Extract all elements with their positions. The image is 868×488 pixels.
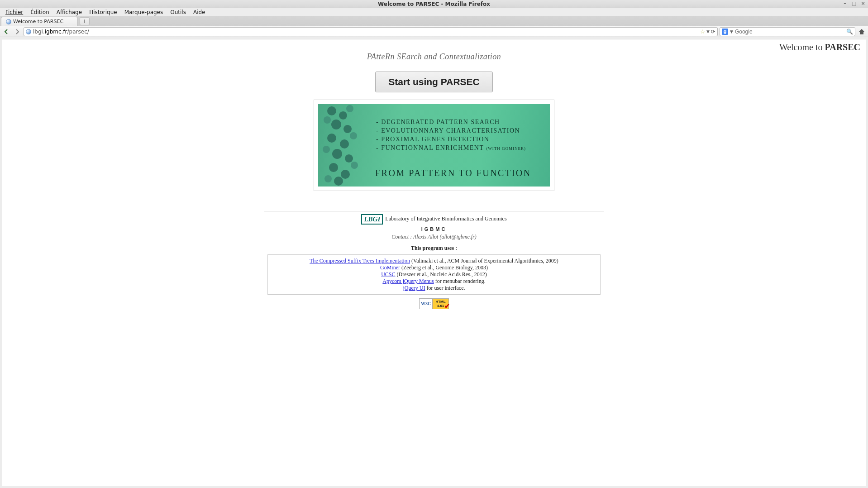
igbmc-label: IGBMC [2,226,866,232]
svg-point-9 [341,170,350,179]
svg-point-14 [323,146,330,153]
ref-link-apycom[interactable]: Apycom jQuery Menus [382,278,434,284]
svg-point-5 [340,139,349,148]
menu-fichier[interactable]: Fichier [2,8,27,16]
separator [264,211,604,211]
w3c-badge[interactable]: W3C HTML4.01 ✔ [419,298,449,309]
site-identity-icon [26,29,31,34]
back-icon [3,29,10,35]
maximize-button[interactable]: □ [851,1,857,6]
banner-feature-1: - DEGENERATED PATTERN SEARCH [376,119,526,126]
lbgi-badge: LBGI [361,214,383,225]
close-button[interactable]: × [860,1,866,6]
menu-aide[interactable]: Aide [190,8,209,16]
viewport: Welcome to PARSEC PAtteRn SEarch and Con… [0,37,868,488]
ref-link-gominer[interactable]: GoMiner [380,264,400,271]
tab-title: Welcome to PARSEC [13,19,63,24]
window-titlebar: Welcome to PARSEC - Mozilla Firefox – □ … [0,0,868,8]
references-box: The Compressed Suffix Trees Implementati… [267,254,601,295]
menu-affichage[interactable]: Affichage [53,8,86,16]
svg-point-1 [339,111,347,120]
menu-marquepages[interactable]: Marque-pages [121,8,167,16]
ref-row-1: The Compressed Suffix Trees Implementati… [272,258,596,264]
menubar: Fichier Édition Affichage Historique Mar… [0,8,868,16]
svg-point-12 [324,116,331,124]
search-input[interactable] [735,29,844,35]
banner-feature-2: - EVOLUTIONNARY CHARACTERISATION [376,127,526,134]
minimize-button[interactable]: – [842,1,848,6]
svg-point-10 [334,177,343,186]
bookmark-star-icon[interactable]: ☆ [700,29,705,35]
svg-point-0 [327,106,336,115]
svg-point-8 [329,163,338,172]
menu-edition[interactable]: Édition [27,8,53,16]
window-title: Welcome to PARSEC - Mozilla Firefox [378,1,490,7]
url-bar[interactable]: lbgi.igbmc.fr/parsec/ ☆ ▼ ⟳ [24,27,718,36]
back-button[interactable] [2,28,11,36]
new-tab-button[interactable]: + [80,17,90,25]
ref-row-3: UCSC (Dreszer et al., Nucleic Acids Res.… [272,271,596,278]
window-controls: – □ × [842,1,866,6]
menu-historique[interactable]: Historique [86,8,121,16]
footer: LBGI Laboratory of Integrative Bioinform… [2,214,866,309]
svg-point-2 [331,120,341,129]
lab-name: Laboratory of Integrative Bioinformatics… [385,215,506,222]
w3c-left: W3C [419,298,433,309]
contact-line: Contact : Alexis Allot (allot@igbmc.fr) [2,234,866,240]
tagline: PAtteRn SEarch and Contextualization [2,52,866,62]
svg-point-15 [351,162,358,169]
svg-point-4 [327,134,336,143]
reload-icon[interactable]: ⟳ [711,29,715,35]
ref-row-4: Apycom jQuery Menus for menubar renderin… [272,278,596,285]
dna-helix-icon [318,104,372,187]
svg-point-3 [343,125,352,133]
home-icon [858,28,865,35]
page-content: Welcome to PARSEC PAtteRn SEarch and Con… [2,39,866,486]
banner-frame: - DEGENERATED PATTERN SEARCH - EVOLUTION… [314,100,554,191]
page-header: Welcome to PARSEC [779,42,860,53]
google-icon: g [722,29,728,35]
banner-feature-3: - PROXIMAL GENES DETECTION [376,136,526,143]
url-text: lbgi.igbmc.fr/parsec/ [33,29,698,35]
search-dropdown-icon[interactable]: ▼ [730,29,733,34]
svg-point-11 [346,105,353,112]
favicon-icon [6,19,11,24]
ref-link-cst[interactable]: The Compressed Suffix Trees Implementati… [310,258,410,264]
banner-main-slogan: FROM PATTERN TO FUNCTION [375,168,531,178]
svg-point-13 [350,132,357,139]
home-button[interactable] [857,28,866,36]
tabbar: Welcome to PARSEC + [0,16,868,26]
ref-link-ucsc[interactable]: UCSC [381,271,395,277]
ref-row-2: GoMiner (Zeeberg et al., Genome Biology,… [272,264,596,271]
search-icon[interactable]: 🔍 [846,29,853,35]
ref-link-jqueryui[interactable]: jQuery UI [403,285,425,291]
menu-outils[interactable]: Outils [167,8,190,16]
navbar: lbgi.igbmc.fr/parsec/ ☆ ▼ ⟳ g ▼ 🔍 [0,26,868,37]
banner-feature-4: - FUNCTIONNAL ENRICHMENT (WITH GOMINER) [376,144,526,152]
forward-icon [14,29,20,35]
checkmark-icon: ✔ [444,302,450,310]
start-using-parsec-button[interactable]: Start using PARSEC [375,72,492,92]
dropdown-icon[interactable]: ▼ [706,29,710,34]
uses-label: This program uses : [2,245,866,252]
tab-active[interactable]: Welcome to PARSEC [1,17,78,26]
forward-button[interactable] [13,28,22,36]
svg-point-16 [324,175,332,182]
search-bar[interactable]: g ▼ 🔍 [720,27,855,36]
lab-line: LBGI Laboratory of Integrative Bioinform… [2,214,866,225]
banner-feature-list: - DEGENERATED PATTERN SEARCH - EVOLUTION… [376,119,526,153]
svg-point-7 [345,154,353,163]
banner: - DEGENERATED PATTERN SEARCH - EVOLUTION… [318,104,550,187]
svg-point-6 [332,149,342,159]
ref-row-5: jQuery UI for user interface. [272,285,596,292]
